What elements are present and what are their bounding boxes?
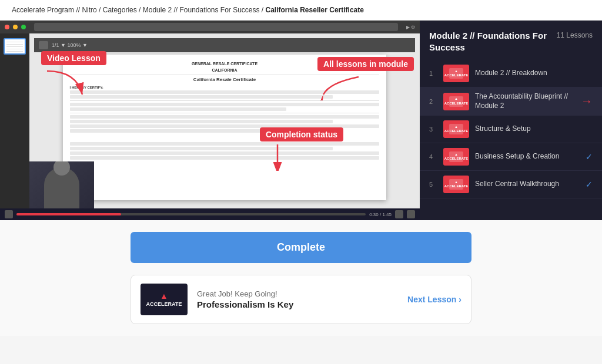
lesson-item-3[interactable]: 3 ▲ACCELERATE Structure & Setup (420, 116, 602, 143)
lesson-title-5: Seller Central Walkthrough (475, 180, 580, 189)
accelerate-logo-2: ▲ACCELERATE (444, 97, 469, 105)
progress-bar[interactable] (16, 213, 366, 215)
breadcrumb: Accelerate Program // Nitro / Categories… (0, 0, 602, 21)
lesson-number-5: 5 (429, 181, 437, 188)
time-display: 0:30 / 1:45 (369, 212, 392, 217)
next-lesson-link-text: Next Lesson (407, 295, 456, 304)
next-lesson-logo-text: ACCELERATE (146, 301, 182, 308)
pdf-line-5 (70, 115, 380, 119)
lesson-thumb-inner-3: ▲ACCELERATE (449, 124, 463, 134)
module-title: Module 2 // Foundations For Success (429, 30, 552, 53)
fullscreen-button[interactable] (407, 210, 415, 218)
browser-bar: ▶ ⚙ (0, 21, 420, 33)
browser-dot-minimize (13, 25, 18, 29)
next-lesson-info: Great Job! Keep Going! Professionalism I… (197, 289, 398, 309)
all-lessons-arrow (317, 71, 364, 100)
play-button[interactable] (5, 210, 13, 218)
browser-dot-maximize (21, 25, 26, 29)
pdf-line-6 (70, 120, 333, 123)
volume-button[interactable] (395, 210, 403, 218)
lesson-number-1: 1 (429, 70, 437, 77)
next-lesson-logo-symbol: ▲ ACCELERATE (146, 291, 182, 308)
pdf-line-4 (70, 107, 287, 111)
video-section: ▶ ⚙ 1/1 ▼ 100% ▼ GENERAL RESALE CERTIFIC… (0, 21, 420, 220)
lesson-thumb-5: ▲ACCELERATE (443, 176, 469, 193)
annotation-video-lesson: Video Lesson (41, 51, 106, 103)
pdf-divider-3 (70, 113, 380, 113)
annotation-completion: Completion status (260, 127, 343, 173)
lesson-title-2: The Accountability Blueprint // Module 2 (475, 92, 575, 110)
video-overlay: ▶ ⚙ 1/1 ▼ 100% ▼ GENERAL RESALE CERTIFIC… (0, 21, 420, 220)
lesson-arrow-2: → (581, 95, 593, 108)
lesson-number-3: 3 (429, 126, 437, 133)
bottom-section: Complete ▲ ACCELERATE Great Job! Keep Go… (0, 220, 602, 336)
next-lesson-chevron-icon: › (459, 295, 461, 304)
pdf-area: 1/1 ▼ 100% ▼ GENERAL RESALE CERTIFICATE … (29, 33, 420, 208)
lesson-thumb-4: ▲ACCELERATE (443, 148, 469, 166)
browser-dot-close (5, 25, 9, 29)
video-sidebar (0, 33, 29, 208)
accelerate-logo-3: ▲ACCELERATE (444, 125, 469, 133)
browser-icons: ▶ ⚙ (406, 25, 415, 30)
progress-fill (16, 213, 121, 215)
video-controls: 0:30 / 1:45 (0, 208, 420, 220)
video-lesson-arrow (41, 65, 88, 100)
speaker-silhouette (44, 167, 79, 208)
lesson-item-2[interactable]: 2 ▲ACCELERATE The Accountability Bluepri… (420, 87, 602, 116)
lesson-check-4: ✓ (586, 152, 593, 161)
speaker-figure (29, 161, 94, 208)
video-content: 1/1 ▼ 100% ▼ GENERAL RESALE CERTIFICATE … (0, 33, 420, 208)
pdf-page-indicator: 1/1 ▼ 100% ▼ (52, 42, 88, 48)
pdf-line-8 (70, 129, 287, 133)
accelerate-logo-1: ▲ACCELERATE (444, 69, 469, 77)
lesson-title-4: Business Setup & Creation (475, 152, 580, 161)
module-sidebar-header: Module 2 // Foundations For Success 11 L… (420, 30, 602, 60)
lesson-thumb-3: ▲ACCELERATE (443, 120, 469, 138)
next-lesson-link[interactable]: Next Lesson › (407, 295, 461, 304)
next-lesson-card: ▲ ACCELERATE Great Job! Keep Going! Prof… (131, 275, 471, 324)
lesson-item-4[interactable]: 4 ▲ACCELERATE Business Setup & Creation … (420, 143, 602, 171)
lesson-number-4: 4 (429, 153, 437, 160)
pdf-line-2 (70, 95, 333, 99)
all-lessons-label: All lessons in module (317, 57, 414, 71)
speaker-head (53, 161, 70, 176)
breadcrumb-path: Accelerate Program // Nitro / Categories… (12, 6, 263, 14)
lesson-count: 11 Lessons (557, 31, 593, 39)
lesson-item-1[interactable]: 1 ▲ACCELERATE Module 2 // Breakdown (420, 60, 602, 87)
video-thumbnail (4, 38, 26, 55)
lesson-check-5: ✓ (586, 180, 593, 189)
speaker-thumbnail (29, 161, 94, 208)
lesson-thumb-2: ▲ACCELERATE (443, 93, 469, 110)
next-lesson-logo: ▲ ACCELERATE (141, 284, 188, 315)
accelerate-logo-4: ▲ACCELERATE (444, 153, 469, 161)
annotation-all-lessons: All lessons in module (317, 57, 414, 103)
pdf-line-3 (70, 103, 380, 106)
lesson-thumb-inner-4: ▲ACCELERATE (449, 151, 463, 162)
lesson-thumb-inner-5: ▲ACCELERATE (449, 179, 463, 190)
accelerate-logo-5: ▲ACCELERATE (444, 180, 469, 188)
lesson-thumb-inner-1: ▲ACCELERATE (449, 68, 463, 79)
video-lesson-label: Video Lesson (41, 51, 106, 65)
completion-label: Completion status (260, 127, 343, 141)
lesson-thumb-inner-2: ▲ACCELERATE (449, 96, 463, 107)
pdf-toolbar-btn (39, 41, 48, 49)
lesson-title-3: Structure & Setup (475, 124, 593, 134)
breadcrumb-current: California Reseller Certificate (266, 6, 364, 14)
next-lesson-title: Professionalism Is Key (197, 299, 398, 309)
complete-button[interactable]: Complete (131, 232, 471, 263)
module-sidebar: Module 2 // Foundations For Success 11 L… (420, 21, 602, 220)
pdf-toolbar: 1/1 ▼ 100% ▼ (34, 38, 415, 52)
completion-arrow (260, 141, 295, 171)
main-content-area: ▶ ⚙ 1/1 ▼ 100% ▼ GENERAL RESALE CERTIFIC… (0, 21, 602, 220)
lesson-number-2: 2 (429, 98, 437, 105)
lesson-item-5[interactable]: 5 ▲ACCELERATE Seller Central Walkthrough… (420, 171, 602, 198)
next-lesson-subtitle: Great Job! Keep Going! (197, 289, 398, 298)
lesson-thumb-1: ▲ACCELERATE (443, 65, 469, 82)
lesson-title-1: Module 2 // Breakdown (475, 69, 593, 78)
browser-url-bar (34, 23, 398, 31)
